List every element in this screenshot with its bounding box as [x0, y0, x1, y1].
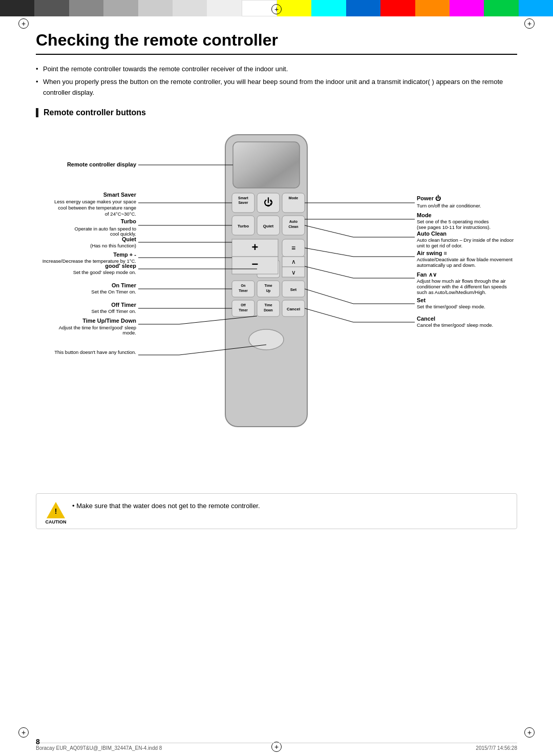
svg-text:Turbo: Turbo	[121, 218, 137, 224]
footer-right: 2015/7/7 14:56:28	[476, 745, 517, 751]
intro-bullets: Point the remote controller towards the …	[36, 64, 517, 98]
svg-text:Set the timer/good' sleep mode: Set the timer/good' sleep mode.	[417, 304, 485, 309]
svg-text:Fan ∧∨: Fan ∧∨	[417, 271, 437, 278]
svg-text:Saver: Saver	[238, 201, 248, 204]
svg-line-108	[305, 266, 353, 278]
svg-text:automatically up and down.: automatically up and down.	[417, 262, 476, 268]
svg-text:Remote controller display: Remote controller display	[67, 161, 137, 167]
svg-text:good': good'	[265, 264, 272, 267]
svg-line-81	[179, 316, 257, 324]
svg-text:Temp + -: Temp + -	[113, 251, 136, 258]
reg-mark-top-center	[271, 4, 282, 14]
reg-mark-top-left	[18, 18, 29, 29]
caution-label: CAUTION	[46, 519, 67, 524]
svg-line-114	[305, 289, 353, 304]
svg-text:Cancel the timer/good' sleep m: Cancel the timer/good' sleep mode.	[417, 322, 493, 328]
caution-icon: ! CAUTION	[47, 502, 65, 520]
svg-text:Auto: Auto	[289, 220, 297, 223]
svg-text:Activate/Deactivate air flow b: Activate/Deactivate air flow blade movem…	[417, 257, 513, 262]
caution-text: • Make sure that the water does not get …	[72, 502, 260, 510]
svg-text:Set the Off Timer on.: Set the Off Timer on.	[92, 308, 136, 314]
page-number: 8	[36, 738, 40, 746]
svg-text:Off Timer: Off Timer	[111, 302, 136, 308]
intro-bullet-1: Point the remote controller towards the …	[36, 64, 517, 75]
svg-rect-21	[257, 260, 280, 278]
svg-rect-7	[282, 193, 305, 213]
page-title: Checking the remote controller	[36, 31, 517, 55]
svg-text:sleep: sleep	[265, 269, 272, 272]
svg-text:Time Up/Time Down: Time Up/Time Down	[82, 318, 136, 324]
svg-text:Turn on/off the air conditione: Turn on/off the air conditioner.	[417, 203, 481, 208]
svg-rect-9	[232, 216, 254, 235]
svg-rect-36	[282, 281, 305, 297]
svg-text:mode.: mode.	[123, 330, 136, 335]
svg-text:unit to get rid of odor.: unit to get rid of odor.	[417, 243, 462, 248]
svg-text:Smart Saver: Smart Saver	[103, 192, 137, 198]
svg-line-86	[179, 345, 266, 355]
svg-rect-2	[232, 193, 254, 213]
svg-rect-44	[282, 300, 305, 317]
svg-line-98	[305, 225, 353, 237]
svg-text:cool between the temperature r: cool between the temperature range	[58, 205, 136, 211]
svg-text:Operate in auto fan speed to: Operate in auto fan speed to	[75, 226, 136, 232]
svg-rect-13	[282, 216, 305, 235]
svg-rect-30	[232, 281, 254, 297]
diagram-svg: Smart Saver ⏻ Mode Turbo Quiet Auto Clea…	[36, 130, 517, 478]
reg-mark-top-right	[524, 18, 535, 29]
svg-text:Increase/Decrease the temperat: Increase/Decrease the temperature by 1°C…	[42, 258, 136, 264]
svg-text:∨: ∨	[291, 269, 296, 276]
footer-left: Boracay EUR_AQ09T&U@_IBIM_32447A_EN-4.in…	[36, 745, 162, 751]
svg-text:Smart: Smart	[238, 196, 249, 200]
svg-text:On: On	[241, 284, 245, 287]
svg-rect-1	[233, 142, 300, 188]
svg-rect-11	[257, 216, 280, 235]
svg-text:Turbo: Turbo	[238, 224, 249, 228]
svg-rect-0	[225, 135, 307, 427]
svg-text:Set: Set	[290, 287, 297, 292]
svg-text:On Timer: On Timer	[112, 282, 137, 288]
svg-text:conditioner with the 4 differe: conditioner with the 4 different fan spe…	[417, 284, 507, 289]
svg-line-103	[305, 248, 353, 257]
svg-text:This button doesn't have any f: This button doesn't have any function.	[54, 349, 136, 355]
svg-text:Down: Down	[264, 308, 273, 312]
svg-text:Less energy usage makes your s: Less energy usage makes your space	[54, 199, 136, 204]
svg-text:Quiet: Quiet	[122, 236, 136, 242]
svg-point-46	[249, 329, 284, 350]
svg-text:∧: ∧	[291, 258, 296, 265]
svg-text:Air swing ≡: Air swing ≡	[417, 250, 447, 256]
svg-text:+: +	[252, 241, 259, 254]
svg-text:Set the good' sleep mode on.: Set the good' sleep mode on.	[73, 269, 136, 275]
svg-text:(see pages 10-11 for instructi: (see pages 10-11 for instructions).	[417, 224, 491, 230]
svg-text:Clean: Clean	[288, 225, 298, 228]
svg-text:such as Auto/Low/Medium/High.: such as Auto/Low/Medium/High.	[417, 289, 486, 295]
svg-text:Auto clean function – Dry insi: Auto clean function – Dry inside of the …	[417, 237, 514, 243]
svg-line-118	[305, 308, 353, 322]
svg-rect-5	[257, 193, 280, 213]
section-heading: Remote controller buttons	[36, 108, 517, 117]
svg-text:Auto Clean: Auto Clean	[417, 230, 446, 237]
svg-rect-41	[257, 300, 280, 317]
svg-text:Power ⏻: Power ⏻	[417, 195, 441, 201]
svg-text:Adjust the time for timer/good: Adjust the time for timer/good' sleep	[59, 325, 136, 330]
reg-mark-bottom-right	[524, 727, 535, 738]
svg-text:Set one of the 5 operating mod: Set one of the 5 operating modes	[417, 219, 489, 224]
svg-text:Timer: Timer	[239, 289, 248, 292]
intro-bullet-2: When you properly press the button on th…	[36, 77, 517, 98]
page-content: Checking the remote controller Point the…	[36, 31, 517, 725]
svg-text:Mode: Mode	[417, 212, 432, 218]
svg-text:Quiet: Quiet	[263, 224, 274, 228]
svg-text:Mode: Mode	[289, 196, 298, 200]
svg-text:⏻: ⏻	[264, 197, 273, 207]
svg-rect-28	[282, 267, 305, 277]
svg-rect-38	[232, 300, 254, 317]
caution-box: ! CAUTION • Make sure that the water doe…	[36, 493, 517, 529]
svg-text:−: −	[252, 258, 259, 270]
svg-text:≡: ≡	[291, 244, 295, 252]
svg-text:(Has no this function): (Has no this function)	[90, 243, 136, 248]
svg-rect-33	[257, 281, 280, 297]
svg-text:Off: Off	[241, 303, 246, 307]
svg-text:cool quickly.: cool quickly.	[110, 231, 136, 237]
svg-text:Cancel: Cancel	[287, 307, 300, 311]
svg-rect-16	[232, 239, 278, 257]
diagram-area: Smart Saver ⏻ Mode Turbo Quiet Auto Clea…	[36, 130, 517, 478]
